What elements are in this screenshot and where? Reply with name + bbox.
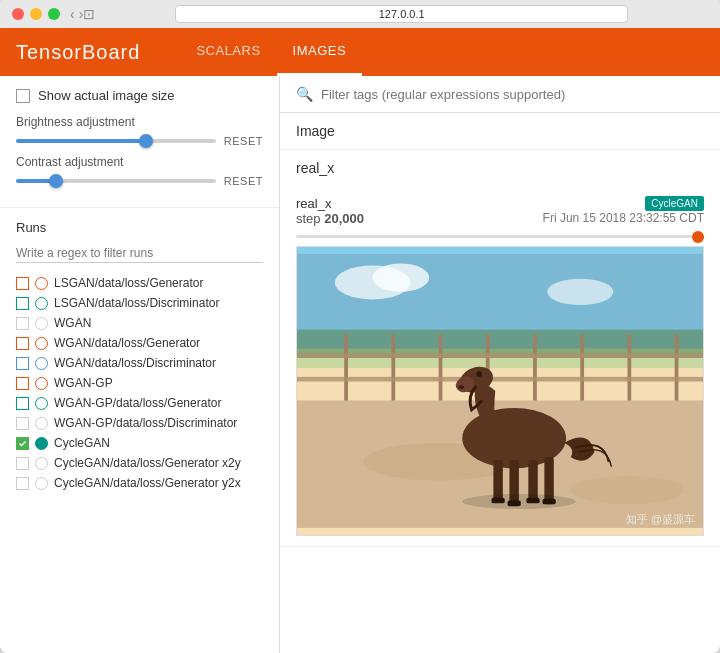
filter-input[interactable] bbox=[321, 87, 704, 102]
svg-point-31 bbox=[462, 494, 575, 509]
brightness-track[interactable] bbox=[16, 139, 216, 143]
search-icon: 🔍 bbox=[296, 86, 313, 102]
run-checkbox-wgan[interactable] bbox=[16, 317, 29, 330]
image-card-title-area: real_x step 20,000 bbox=[296, 196, 364, 226]
tab-scalars[interactable]: SCALARS bbox=[180, 28, 276, 76]
run-circle-wgan-gen bbox=[35, 337, 48, 350]
brightness-reset-button[interactable]: RESET bbox=[224, 135, 263, 147]
run-label-cyclegan-gen-y2x: CycleGAN/data/loss/Generator y2x bbox=[54, 476, 241, 490]
list-item: WGAN-GP/data/loss/Generator bbox=[16, 393, 263, 413]
list-item: WGAN/data/loss/Generator bbox=[16, 333, 263, 353]
run-checkbox-wgangp-gen[interactable] bbox=[16, 397, 29, 410]
maximize-button[interactable] bbox=[48, 8, 60, 20]
image-card-step: step 20,000 bbox=[296, 211, 364, 226]
list-item: CycleGAN bbox=[16, 433, 263, 453]
run-label-lsgan-disc: LSGAN/data/loss/Discriminator bbox=[54, 296, 219, 310]
svg-rect-12 bbox=[675, 334, 679, 410]
image-step-thumb[interactable] bbox=[692, 231, 704, 243]
list-item: WGAN bbox=[16, 313, 263, 333]
run-label-cyclegan: CycleGAN bbox=[54, 436, 110, 450]
image-card-date: Fri Jun 15 2018 23:32:55 CDT bbox=[543, 211, 704, 225]
brightness-label: Brightness adjustment bbox=[16, 115, 263, 129]
run-checkbox-wgan-gen[interactable] bbox=[16, 337, 29, 350]
svg-rect-7 bbox=[439, 334, 443, 410]
close-button[interactable] bbox=[12, 8, 24, 20]
minimize-button[interactable] bbox=[30, 8, 42, 20]
run-circle-wgangp bbox=[35, 377, 48, 390]
image-step-slider[interactable] bbox=[296, 235, 704, 238]
svg-rect-10 bbox=[580, 334, 584, 410]
svg-rect-13 bbox=[297, 353, 703, 358]
contrast-track[interactable] bbox=[16, 179, 216, 183]
run-checkbox-cyclegan-gen-y2x[interactable] bbox=[16, 477, 29, 490]
brightness-slider-row: RESET bbox=[16, 135, 263, 147]
contrast-label: Contrast adjustment bbox=[16, 155, 263, 169]
run-checkbox-cyclegan-gen-x2y[interactable] bbox=[16, 457, 29, 470]
right-content: 🔍 Image real_x r bbox=[280, 76, 720, 653]
run-checkbox-wgan-disc[interactable] bbox=[16, 357, 29, 370]
run-circle-lsgan-gen bbox=[35, 277, 48, 290]
list-item: WGAN-GP bbox=[16, 373, 263, 393]
contrast-thumb[interactable] bbox=[49, 174, 63, 188]
run-circle-wgan bbox=[35, 317, 48, 330]
contrast-slider-row: RESET bbox=[16, 175, 263, 187]
main-content: Show actual image size Brightness adjust… bbox=[0, 76, 720, 653]
traffic-lights bbox=[12, 8, 60, 20]
svg-rect-5 bbox=[344, 334, 348, 410]
tab-images[interactable]: IMAGES bbox=[277, 28, 363, 76]
svg-rect-6 bbox=[391, 334, 395, 410]
run-label-cyclegan-gen-x2y: CycleGAN/data/loss/Generator x2y bbox=[54, 456, 241, 470]
run-label-wgangp-gen: WGAN-GP/data/loss/Generator bbox=[54, 396, 221, 410]
runs-filter-input[interactable] bbox=[16, 244, 263, 263]
run-checkbox-cyclegan[interactable] bbox=[16, 437, 29, 450]
address-text: 127.0.0.1 bbox=[379, 8, 425, 20]
brightness-thumb[interactable] bbox=[139, 134, 153, 148]
content-scroll: Image real_x real_x step bbox=[280, 113, 720, 653]
list-item: LSGAN/data/loss/Discriminator bbox=[16, 293, 263, 313]
tag-header-image: Image bbox=[280, 113, 720, 149]
run-checkbox-lsgan-gen[interactable] bbox=[16, 277, 29, 290]
runs-section: Runs LSGAN/data/loss/Generator LSGAN/dat… bbox=[0, 208, 279, 653]
run-circle-lsgan-disc bbox=[35, 297, 48, 310]
app-nav: SCALARS IMAGES bbox=[180, 28, 362, 76]
back-button[interactable]: ‹ bbox=[70, 6, 75, 22]
svg-rect-14 bbox=[297, 377, 703, 382]
filter-bar: 🔍 bbox=[280, 76, 720, 113]
nav-arrows: ‹ › bbox=[70, 6, 83, 22]
show-actual-size-label: Show actual image size bbox=[38, 88, 175, 103]
horse-image: 知乎 @盛源车 bbox=[296, 246, 704, 536]
run-circle-cyclegan-gen-x2y bbox=[35, 457, 48, 470]
watermark: 知乎 @盛源车 bbox=[626, 512, 695, 527]
run-checkbox-wgangp-disc[interactable] bbox=[16, 417, 29, 430]
contrast-control: Contrast adjustment RESET bbox=[16, 155, 263, 187]
run-label-wgan: WGAN bbox=[54, 316, 91, 330]
svg-rect-9 bbox=[533, 334, 537, 410]
sidebar: Show actual image size Brightness adjust… bbox=[0, 76, 280, 653]
app-window: ‹ › ⊡ 127.0.0.1 TensorBoard SCALARS IMAG… bbox=[0, 0, 720, 653]
list-item: WGAN-GP/data/loss/Discriminator bbox=[16, 413, 263, 433]
svg-point-2 bbox=[373, 264, 430, 292]
image-card-title: real_x bbox=[296, 196, 364, 211]
show-actual-size-checkbox[interactable] bbox=[16, 89, 30, 103]
run-label-wgan-gen: WGAN/data/loss/Generator bbox=[54, 336, 200, 350]
title-bar: ‹ › ⊡ 127.0.0.1 bbox=[0, 0, 720, 28]
image-card: real_x step 20,000 CycleGAN Fri Jun 15 2… bbox=[280, 186, 720, 546]
run-circle-wgangp-gen bbox=[35, 397, 48, 410]
run-checkbox-wgangp[interactable] bbox=[16, 377, 29, 390]
app-logo: TensorBoard bbox=[16, 41, 140, 64]
run-circle-cyclegan-gen-y2x bbox=[35, 477, 48, 490]
address-bar[interactable]: 127.0.0.1 bbox=[175, 5, 628, 23]
tag-section-real-x: real_x real_x step 20,000 bbox=[280, 150, 720, 547]
svg-point-17 bbox=[571, 476, 684, 504]
svg-point-3 bbox=[547, 279, 613, 305]
run-circle-cyclegan bbox=[35, 437, 48, 450]
run-label-wgangp-disc: WGAN-GP/data/loss/Discriminator bbox=[54, 416, 237, 430]
tag-section-image: Image bbox=[280, 113, 720, 150]
tag-header-real-x: real_x bbox=[280, 150, 720, 186]
show-actual-size-row: Show actual image size bbox=[16, 88, 263, 103]
run-checkbox-lsgan-disc[interactable] bbox=[16, 297, 29, 310]
contrast-reset-button[interactable]: RESET bbox=[224, 175, 263, 187]
sidebar-controls: Show actual image size Brightness adjust… bbox=[0, 76, 279, 208]
brightness-control: Brightness adjustment RESET bbox=[16, 115, 263, 147]
run-label-wgangp: WGAN-GP bbox=[54, 376, 113, 390]
